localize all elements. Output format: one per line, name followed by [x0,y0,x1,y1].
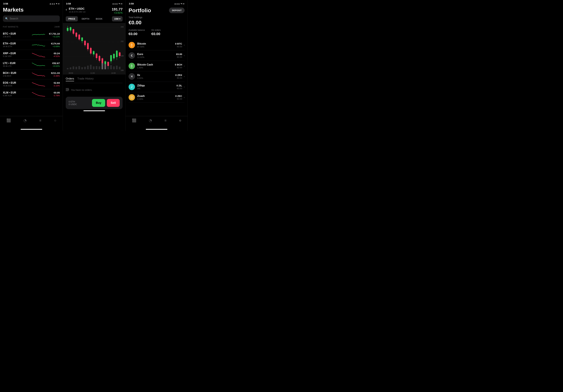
balance-row: Available balance €0.00 On orders €0.00 [128,29,185,36]
sell-button[interactable]: Sell [107,99,120,107]
tab-trade-history[interactable]: Trade History [77,77,94,81]
home-indicator-2 [63,109,126,112]
nav-chart-3[interactable]: ⬛ [132,118,136,123]
tab-price[interactable]: PRICE [66,16,78,21]
asset-crypto: 0 ZRX [175,74,182,76]
timeframe-selector[interactable]: 15M ▾ [112,16,123,21]
nav-list-3[interactable]: ≡ [165,118,166,123]
svg-rect-21 [84,41,86,45]
asset-crypto: €0.00 [176,53,182,56]
market-price: €0.05 [47,91,60,94]
bottom-nav-3: ⬛ ◔ ≡ ○ [126,116,188,128]
market-pair: XRP • EUR [3,52,30,55]
nav-pie-3[interactable]: ◔ [149,118,152,123]
svg-rect-53 [87,66,89,69]
svg-rect-56 [96,66,97,69]
svg-rect-55 [93,66,95,69]
eth-balance: 0 ETH [69,100,90,103]
portfolio-content: Total holdings €0.00 Available balance €… [126,16,188,116]
wifi-icon-2: ▾ [119,3,120,5]
svg-rect-48 [73,66,74,69]
tab-depth[interactable]: DEPTH [79,16,92,21]
svg-rect-35 [104,61,106,64]
market-chart [32,81,45,87]
market-item-info: XLM • EUR 6.3M XLM [3,91,30,97]
nav-person-3[interactable]: ○ [179,118,181,123]
battery-icon: ▭ [58,3,59,5]
svg-text:188: 188 [121,69,124,71]
person-icon-3: ○ [179,118,181,122]
svg-rect-50 [78,66,80,69]
no-orders-message: You have no orders. [66,85,123,95]
svg-rect-69 [66,89,69,90]
signal-icon: ▲▲▲ [49,3,55,5]
nav-pie-1[interactable]: ◔ [24,118,26,123]
svg-rect-62 [113,66,115,69]
signal-icon-2: ▲▲▲ [112,3,118,5]
asset-pct: 11.02% [137,56,176,58]
asset-item[interactable]: ₿ Bitcoin Cash 1.40% 0 BCH €0.00 › [128,61,185,71]
asset-amounts: 0 ZRX €0.00 [175,74,182,79]
deposit-button[interactable]: DEPOSIT [169,8,185,13]
market-item[interactable]: EOS • EUR 76.9k EOS €2.84 -3.10% [3,79,60,89]
chart-area: 194 192 190 188 [63,23,126,74]
market-volume: 5.1M XRP [3,55,30,57]
on-orders-value: €0.00 [152,32,161,36]
chart-price-change: +3.91% [112,12,123,14]
status-icons-3: ▲▲▲ ▾ ▭ [174,3,184,5]
market-price: €0.24 [47,52,60,55]
asset-icon-zec: ⓩ [128,94,135,101]
market-item[interactable]: XLM • EUR 6.3M XLM €0.05 -3.78% [3,89,60,99]
nav-person-1[interactable]: ○ [54,118,56,123]
svg-rect-45 [119,52,120,56]
asset-item[interactable]: ₿ Bitcoin 87.58% 0 BTC €0.00 › [128,40,185,50]
market-item-info: BTC • EUR 2.0k BTC [3,32,30,38]
status-icons-2: ▲▲▲ ▾ ▭ [112,3,122,5]
asset-fiat: €0.00 [175,98,182,100]
market-chart [32,42,45,48]
svg-rect-70 [66,90,68,91]
market-price-col: €52.67 +0.02% [47,62,60,67]
market-volume: 2.0k BTC [3,36,30,38]
market-item[interactable]: XRP • EUR 5.1M XRP €0.24 -4.52% [3,50,60,60]
chevron-right-icon: › [184,64,185,67]
status-bar-3: 3:59 ▲▲▲ ▾ ▭ [126,0,188,6]
portfolio-header: Portfolio DEPOSIT [126,6,188,16]
asset-icon-eur: € [128,52,135,59]
market-price-col: €2.84 -3.10% [47,81,60,87]
svg-rect-43 [116,51,118,57]
svg-rect-37 [107,62,109,66]
market-item[interactable]: BTC • EUR 2.0k BTC €7,731.10 +3.22% [3,30,60,40]
sparkline [32,71,45,78]
svg-text:08:00: 08:00 [69,72,73,74]
orders-tabs: Orders Trade History [66,77,123,83]
tab-orders[interactable]: Orders [66,77,74,81]
buy-button[interactable]: Buy [92,99,105,107]
asset-item[interactable]: Z Zilliqa 0% 0 ZIL €0.00 › [128,82,185,92]
market-item[interactable]: ETH • EUR 34.4k ETH €174.44 +3.69% [3,40,60,50]
tab-book[interactable]: BOOK [93,16,105,21]
available-balance-label: Available balance [128,29,145,31]
search-bar[interactable]: 🔍 [3,15,60,22]
asset-item[interactable]: € Euro 11.02% €0.00 €0.00 › [128,50,185,61]
on-orders-balance: On orders €0.00 [152,29,161,36]
asset-item[interactable]: ✕ 0x 0.00% 0 ZRX €0.00 › [128,71,185,82]
market-change: -0.48% [47,75,60,77]
svg-line-72 [68,90,68,90]
sparkline [32,51,45,58]
svg-rect-63 [116,66,118,69]
search-input[interactable] [10,17,58,20]
market-chart [32,51,45,58]
asset-list: ₿ Bitcoin 87.58% 0 BTC €0.00 › € Euro 11… [128,40,185,103]
market-price-col: €174.44 +3.69% [47,42,60,48]
asset-name: Zcash [137,95,175,98]
market-item[interactable]: BCH • EUR 2.5k BCH €211.33 -0.48% [3,70,60,79]
market-price-col: €0.05 -3.78% [47,91,60,97]
chart-panel: 3:58 ▲▲▲ ▾ ▭ ‹ ETH • USDC 10.4k ETH 24hr… [63,0,126,131]
trade-balances: 0 ETH 0 USDC [69,100,90,106]
nav-list-1[interactable]: ≡ [39,118,41,123]
asset-item[interactable]: ⓩ Zcash 0.00% 0 ZEC €0.00 › [128,92,185,103]
market-item[interactable]: LTC • EUR 30.4k LTC €52.67 +0.02% [3,60,60,70]
nav-chart-1[interactable]: ⬛ [6,118,11,123]
back-button[interactable]: ‹ [66,8,67,12]
